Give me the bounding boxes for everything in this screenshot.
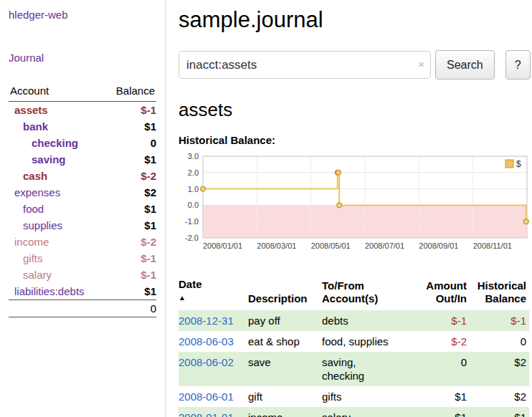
register-description-cell: save bbox=[248, 352, 322, 386]
account-row: salary$-1 bbox=[9, 267, 156, 283]
account-balance: $-2 bbox=[104, 168, 156, 184]
account-balance: $-1 bbox=[104, 250, 156, 267]
account-name-cell: bank bbox=[9, 118, 104, 135]
account-balance: 0 bbox=[104, 135, 156, 151]
svg-text:2008/07/01: 2008/07/01 bbox=[365, 241, 404, 250]
account-link[interactable]: assets bbox=[14, 104, 48, 116]
page-title: sample.journal bbox=[179, 7, 531, 33]
register-description-cell: gift bbox=[248, 386, 322, 407]
accounts-header-balance: Balance bbox=[104, 83, 156, 102]
register-date-cell: 2008-06-03 bbox=[179, 331, 248, 352]
svg-text:2008/05/01: 2008/05/01 bbox=[311, 241, 351, 250]
account-link[interactable]: expenses bbox=[14, 186, 60, 198]
account-link[interactable]: supplies bbox=[23, 219, 62, 231]
account-link[interactable]: liabilities:debts bbox=[14, 285, 85, 297]
register-balance-cell: $1 bbox=[474, 407, 529, 417]
register-description-cell: pay off bbox=[248, 310, 322, 331]
accounts-header-account: Account bbox=[9, 83, 104, 102]
register-date-link[interactable]: 2008-12-31 bbox=[179, 315, 234, 327]
svg-text:-2.0: -2.0 bbox=[185, 234, 199, 242]
app-title-link[interactable]: hledger-web bbox=[9, 9, 68, 21]
register-row: 2008-06-02savesaving, checking0$2 bbox=[179, 352, 529, 386]
register-balance-cell: $2 bbox=[474, 386, 529, 407]
account-row: liabilities:debts$1 bbox=[9, 283, 156, 300]
account-balance: $1 bbox=[104, 201, 156, 217]
account-link[interactable]: salary bbox=[23, 269, 52, 281]
register-date-link[interactable]: 2008-06-03 bbox=[179, 335, 234, 348]
sidebar-item-journal[interactable]: Journal bbox=[9, 52, 44, 64]
register-header-amount: Amount Out/In bbox=[421, 264, 474, 310]
register-body: 2008-12-31pay offdebts$-1$-12008-06-03ea… bbox=[179, 310, 529, 417]
account-link[interactable]: checking bbox=[32, 137, 78, 149]
register-amount-cell: $-1 bbox=[421, 310, 474, 331]
accounts-tree: Account Balance assets$-1bank$1checking0… bbox=[9, 83, 156, 317]
svg-text:$: $ bbox=[516, 159, 521, 169]
account-balance: $2 bbox=[104, 184, 156, 201]
clear-search-icon[interactable]: × bbox=[418, 58, 424, 70]
accounts-total-spacer bbox=[9, 300, 104, 317]
register-date-cell: 2008-06-01 bbox=[179, 386, 248, 407]
svg-text:2008/03/01: 2008/03/01 bbox=[257, 241, 296, 250]
search-input[interactable] bbox=[179, 51, 431, 79]
account-row: checking0 bbox=[9, 135, 156, 151]
register-date-link[interactable]: 2008-06-02 bbox=[179, 356, 234, 368]
svg-text:2008/09/01: 2008/09/01 bbox=[419, 241, 458, 250]
register-header-date-label: Date bbox=[179, 278, 202, 290]
search-button[interactable]: Search bbox=[435, 50, 495, 80]
search-box: × bbox=[179, 51, 431, 79]
sort-ascending-icon: ▲ bbox=[179, 294, 186, 302]
account-row: bank$1 bbox=[9, 118, 156, 135]
chart-label: Historical Balance: bbox=[179, 134, 531, 146]
search-help-button[interactable]: ? bbox=[505, 50, 531, 80]
app-title: hledger-web bbox=[9, 9, 156, 21]
register-header-description: Description bbox=[248, 264, 322, 310]
account-name-cell: saving bbox=[9, 151, 104, 168]
account-row: saving$1 bbox=[9, 151, 156, 168]
register-date-link[interactable]: 2008-01-01 bbox=[179, 411, 234, 417]
account-link[interactable]: income bbox=[14, 236, 49, 248]
accounts-total-row: 0 bbox=[9, 300, 156, 317]
svg-text:-1.0: -1.0 bbox=[185, 217, 199, 226]
account-link[interactable]: food bbox=[23, 203, 44, 215]
account-balance: $1 bbox=[104, 217, 156, 234]
accounts-header-row: Account Balance bbox=[9, 83, 156, 102]
account-name-cell: salary bbox=[9, 267, 104, 283]
account-name-cell: expenses bbox=[9, 184, 104, 201]
svg-text:2008/11/01: 2008/11/01 bbox=[473, 241, 512, 250]
register-row: 2008-12-31pay offdebts$-1$-1 bbox=[179, 310, 529, 331]
register-date-link[interactable]: 2008-06-01 bbox=[179, 390, 234, 403]
register-amount-cell: $-2 bbox=[421, 331, 474, 352]
register-row: 2008-01-01incomesalary$1$1 bbox=[179, 407, 529, 417]
account-link[interactable]: cash bbox=[23, 170, 47, 182]
account-row: food$1 bbox=[9, 201, 156, 217]
register-description-cell: eat & shop bbox=[248, 331, 322, 352]
register-description-cell: income bbox=[248, 407, 322, 417]
account-name-cell: checking bbox=[9, 135, 104, 151]
register-balance-cell: $-1 bbox=[474, 310, 529, 331]
account-row: supplies$1 bbox=[9, 217, 156, 234]
register-date-cell: 2008-06-02 bbox=[179, 352, 248, 386]
section-title: assets bbox=[179, 99, 531, 121]
register-accounts-cell: debts bbox=[322, 310, 421, 331]
register-row: 2008-06-03eat & shopfood, supplies$-20 bbox=[179, 331, 529, 352]
register-header-accounts: To/From Account(s) bbox=[322, 264, 421, 310]
account-balance: $1 bbox=[104, 151, 156, 168]
account-link[interactable]: bank bbox=[23, 120, 48, 133]
account-row: gifts$-1 bbox=[9, 250, 156, 267]
account-link[interactable]: gifts bbox=[23, 252, 43, 264]
account-name-cell: liabilities:debts bbox=[9, 283, 104, 300]
svg-text:2008/01/01: 2008/01/01 bbox=[203, 241, 242, 250]
svg-text:2.0: 2.0 bbox=[188, 168, 199, 177]
register-header-date[interactable]: Date ▲ bbox=[179, 264, 248, 310]
register-accounts-cell: saving, checking bbox=[322, 352, 421, 386]
account-name-cell: gifts bbox=[9, 250, 104, 267]
account-name-cell: income bbox=[9, 234, 104, 250]
register-accounts-cell: food, supplies bbox=[322, 331, 421, 352]
account-link[interactable]: saving bbox=[32, 153, 66, 166]
balance-chart: 3.02.01.00.0-1.0-2.02008/01/012008/03/01… bbox=[179, 152, 529, 254]
account-balance: $1 bbox=[104, 283, 156, 300]
account-balance: $-1 bbox=[104, 267, 156, 283]
account-name-cell: supplies bbox=[9, 217, 104, 234]
register-amount-cell: $1 bbox=[421, 407, 474, 417]
register-accounts-cell: gifts bbox=[322, 386, 421, 407]
